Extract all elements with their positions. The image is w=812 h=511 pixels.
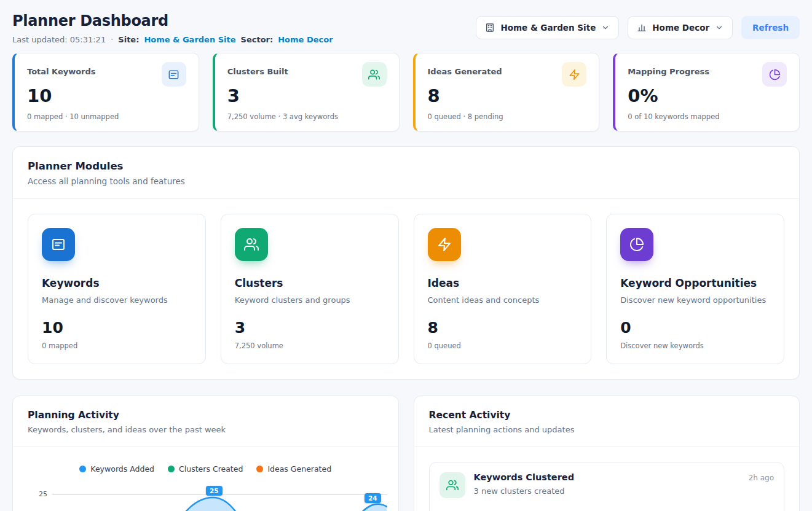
- module-detail: Discover new keywords: [620, 341, 770, 350]
- module-description: Content ideas and concepts: [428, 295, 578, 305]
- divider: [13, 447, 398, 447]
- stat-card-ideas-generated: Ideas Generated 8 0 queued · 8 pending: [413, 53, 600, 131]
- sector-label: Sector:: [241, 35, 274, 44]
- building-icon: [485, 23, 495, 33]
- activity-area-chart: [52, 481, 387, 511]
- lightning-icon: [428, 228, 461, 261]
- stat-card-total-keywords: Total Keywords 10 0 mapped · 10 unmapped: [12, 53, 199, 131]
- recent-activity-header: Recent Activity Latest planning actions …: [414, 396, 800, 447]
- stat-detail: 0 mapped · 10 unmapped: [27, 112, 186, 121]
- recent-activity-item: Keywords Clustered 3 new clusters create…: [429, 462, 785, 511]
- legend-label: Ideas Generated: [267, 464, 331, 474]
- pie-chart-icon: [620, 228, 653, 261]
- data-point-label: 24: [365, 493, 381, 503]
- activity-chart: 25 25 24: [13, 481, 398, 511]
- module-value: 0: [620, 319, 770, 337]
- site-selector-value: Home & Garden Site: [500, 23, 596, 33]
- module-value: 10: [42, 319, 192, 337]
- stat-detail: 0 of 10 keywords mapped: [628, 112, 787, 121]
- module-title: Keywords: [42, 277, 192, 289]
- stat-detail: 7,250 volume · 3 avg keywords: [227, 112, 387, 121]
- module-card-ideas[interactable]: Ideas Content ideas and concepts 8 0 que…: [414, 214, 592, 364]
- stat-label: Clusters Built: [227, 62, 288, 76]
- topbar-controls: Home & Garden Site Home Decor Refresh: [476, 16, 800, 39]
- planning-activity-title: Planning Activity: [28, 410, 384, 421]
- legend-dot-green: [168, 466, 175, 472]
- stat-label: Ideas Generated: [428, 62, 502, 76]
- modules-subtitle: Access all planning tools and features: [28, 176, 784, 186]
- module-description: Manage and discover keywords: [42, 295, 192, 305]
- chevron-down-icon: [715, 23, 723, 32]
- module-detail: 7,250 volume: [235, 341, 385, 350]
- site-label: Site:: [118, 35, 139, 44]
- chevron-down-icon: [601, 23, 610, 32]
- stat-card-clusters-built: Clusters Built 3 7,250 volume · 3 avg ke…: [213, 53, 400, 131]
- stat-label: Total Keywords: [27, 62, 96, 76]
- modules-title: Planner Modules: [28, 160, 784, 172]
- sector-selector-dropdown[interactable]: Home Decor: [628, 16, 733, 39]
- topbar: Planner Dashboard Last updated: 05:31:21…: [0, 0, 812, 44]
- legend-dot-orange: [256, 466, 263, 472]
- bottom-row: Planning Activity Keywords, clusters, an…: [12, 396, 800, 511]
- module-description: Discover new keyword opportunities: [620, 295, 770, 305]
- users-icon: [440, 472, 465, 498]
- recent-item-time: 2h ago: [749, 472, 774, 482]
- recent-activity-panel: Recent Activity Latest planning actions …: [414, 396, 800, 511]
- planner-modules-section: Planner Modules Access all planning tool…: [12, 146, 800, 380]
- sector-link[interactable]: Home Decor: [278, 35, 333, 44]
- stat-card-mapping-progress: Mapping Progress 0% 0 of 10 keywords map…: [613, 53, 800, 131]
- site-link[interactable]: Home & Garden Site: [144, 35, 235, 44]
- stats-row: Total Keywords 10 0 mapped · 10 unmapped…: [12, 53, 800, 131]
- module-card-keywords[interactable]: Keywords Manage and discover keywords 10…: [28, 214, 206, 364]
- planning-activity-header: Planning Activity Keywords, clusters, an…: [13, 396, 398, 447]
- planner-dashboard-page: Planner Dashboard Last updated: 05:31:21…: [0, 0, 812, 511]
- recent-activity-title: Recent Activity: [429, 410, 785, 421]
- breadcrumb-meta: Last updated: 05:31:21 · Site: Home & Ga…: [12, 35, 333, 44]
- bar-chart-icon: [637, 23, 647, 33]
- users-icon: [235, 228, 268, 261]
- module-title: Keyword Opportunities: [620, 277, 770, 289]
- legend-item-ideas-generated: Ideas Generated: [256, 464, 331, 474]
- page-title: Planner Dashboard: [12, 12, 333, 29]
- recent-activity-list: Keywords Clustered 3 new clusters create…: [414, 447, 800, 511]
- modules-header: Planner Modules Access all planning tool…: [13, 147, 799, 198]
- module-card-clusters[interactable]: Clusters Keyword clusters and groups 3 7…: [221, 214, 399, 364]
- y-axis-tick: 25: [39, 490, 47, 498]
- recent-item-description: 3 new clusters created: [474, 486, 575, 496]
- topbar-left: Planner Dashboard Last updated: 05:31:21…: [12, 12, 333, 44]
- separator-dot: ·: [111, 35, 113, 44]
- stat-value: 3: [227, 87, 387, 106]
- stat-label: Mapping Progress: [628, 62, 709, 76]
- stat-value: 0%: [628, 87, 787, 106]
- planning-activity-panel: Planning Activity Keywords, clusters, an…: [12, 396, 399, 511]
- last-updated-text: Last updated: 05:31:21: [12, 35, 106, 44]
- document-lines-icon: [162, 62, 186, 87]
- legend-label: Clusters Created: [179, 464, 243, 474]
- planning-activity-subtitle: Keywords, clusters, and ideas over the p…: [28, 425, 384, 434]
- refresh-button[interactable]: Refresh: [741, 16, 800, 39]
- lightning-icon: [562, 62, 586, 87]
- pie-chart-icon: [762, 62, 787, 87]
- legend-label: Keywords Added: [90, 464, 154, 474]
- module-detail: 0 mapped: [42, 341, 192, 350]
- legend-item-clusters-created: Clusters Created: [168, 464, 243, 474]
- module-value: 8: [428, 319, 578, 337]
- sector-selector-value: Home Decor: [652, 23, 709, 33]
- document-lines-icon: [42, 228, 75, 261]
- modules-grid: Keywords Manage and discover keywords 10…: [13, 199, 799, 379]
- stat-detail: 0 queued · 8 pending: [428, 112, 587, 121]
- module-value: 3: [235, 319, 385, 337]
- site-selector-dropdown[interactable]: Home & Garden Site: [476, 16, 619, 39]
- module-title: Clusters: [235, 277, 385, 289]
- stat-value: 10: [27, 87, 186, 106]
- data-point-label: 25: [206, 486, 223, 496]
- stat-value: 8: [428, 87, 587, 106]
- recent-activity-subtitle: Latest planning actions and updates: [429, 425, 785, 434]
- module-detail: 0 queued: [428, 341, 578, 350]
- recent-item-title: Keywords Clustered: [474, 472, 575, 482]
- module-card-keyword-opportunities[interactable]: Keyword Opportunities Discover new keywo…: [606, 214, 784, 364]
- module-title: Ideas: [428, 277, 578, 289]
- legend-item-keywords-added: Keywords Added: [79, 464, 154, 474]
- chart-legend: Keywords Added Clusters Created Ideas Ge…: [13, 464, 398, 474]
- users-icon: [362, 62, 387, 87]
